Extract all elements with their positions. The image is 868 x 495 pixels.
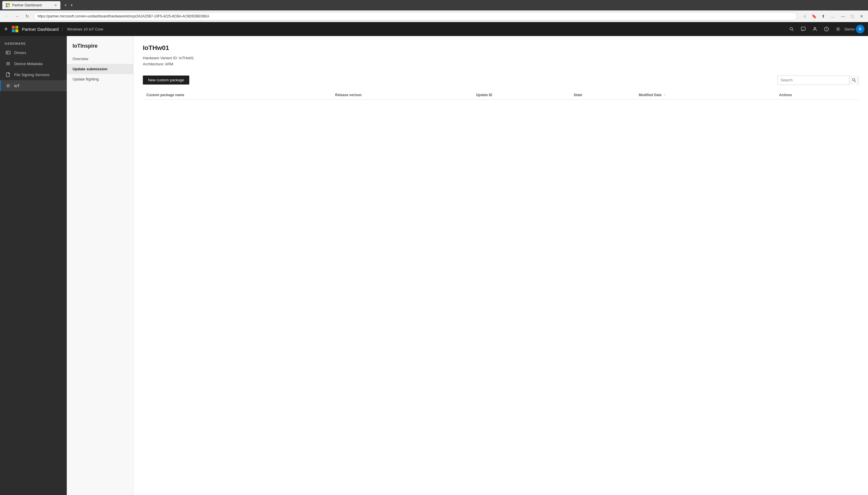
sidebar-item-file-signing-label: File Signing Services	[14, 73, 49, 77]
sidebar-item-file-signing[interactable]: File Signing Services	[0, 69, 67, 80]
minimize-button[interactable]: —	[839, 12, 847, 20]
svg-rect-11	[6, 51, 10, 54]
svg-line-5	[792, 30, 793, 31]
bookmark-button[interactable]: 🔖	[810, 12, 818, 20]
settings-icon-button[interactable]	[833, 24, 843, 34]
back-button[interactable]: ←	[2, 12, 11, 20]
browser-toolbar: ☆ 🔖 ⬆ …	[801, 12, 837, 20]
svg-text:?: ?	[826, 28, 828, 31]
sub-nav-title: IoTInspire	[67, 41, 133, 54]
architecture-label: Architecture:	[143, 62, 164, 66]
tab-favicon	[6, 3, 10, 7]
data-table: Custom package name Release verison Upda…	[143, 91, 859, 100]
col-actions-label: Actions	[779, 93, 792, 97]
architecture-value: ARM	[165, 62, 173, 66]
sub-nav: IoTInspire Overview Update submission Up…	[67, 36, 134, 495]
col-release-version-label: Release verison	[335, 93, 362, 97]
svg-point-10	[837, 29, 839, 30]
svg-rect-2	[6, 5, 7, 7]
search-icon-button[interactable]	[786, 24, 797, 34]
sidebar-item-drivers-label: Drivers	[14, 51, 26, 55]
top-nav: ≡ Partner Dashboard Windows 10 IoT Core	[0, 22, 868, 36]
chat-icon-button[interactable]	[798, 24, 809, 34]
browser-tab-bar: Partner Dashboard ✕ + ▾	[0, 0, 868, 11]
tab-close-button[interactable]: ✕	[54, 3, 57, 7]
sub-nav-overview[interactable]: Overview	[67, 54, 133, 64]
user-avatar[interactable]: D	[856, 25, 865, 33]
sub-nav-update-flighting[interactable]: Update flighting	[67, 74, 133, 84]
svg-point-19	[852, 79, 855, 81]
sort-arrow-modified-date: ↑	[663, 93, 665, 97]
architecture: Architecture: ARM	[143, 61, 859, 67]
col-update-id-label: Update ID	[476, 93, 492, 97]
sub-nav-overview-label: Overview	[73, 57, 88, 61]
col-state-label: State	[574, 93, 582, 97]
active-tab[interactable]: Partner Dashboard ✕	[2, 1, 60, 9]
svg-rect-6	[801, 27, 805, 30]
tab-title: Partner Dashboard	[12, 3, 41, 7]
left-sidebar: HARDWARE Drivers Device Metadata File Si…	[0, 36, 67, 495]
col-state: State	[570, 91, 635, 100]
user-name[interactable]: Demo	[845, 27, 855, 31]
sidebar-item-iot[interactable]: IoT	[0, 80, 67, 91]
svg-rect-0	[6, 3, 7, 5]
help-icon-button[interactable]: ?	[821, 24, 832, 34]
tab-dropdown-button[interactable]: ▾	[71, 3, 73, 7]
svg-point-4	[790, 27, 793, 30]
app-title: Partner Dashboard	[22, 27, 63, 32]
window-close-button[interactable]: ✕	[857, 12, 866, 20]
sidebar-item-drivers[interactable]: Drivers	[0, 47, 67, 58]
ms-logo-yellow	[15, 29, 18, 32]
svg-rect-12	[7, 52, 8, 53]
svg-rect-1	[8, 3, 10, 5]
svg-line-20	[854, 81, 856, 82]
iot-icon	[5, 83, 11, 88]
new-custom-package-button[interactable]: New custom package	[143, 75, 189, 85]
sub-nav-update-submission[interactable]: Update submission	[67, 64, 133, 74]
col-actions: Actions	[776, 91, 859, 100]
people-icon-button[interactable]	[810, 24, 820, 34]
table-header: Custom package name Release verison Upda…	[143, 91, 859, 100]
drivers-icon	[5, 50, 11, 55]
file-signing-icon	[5, 72, 11, 77]
sidebar-section-hardware: HARDWARE	[0, 38, 67, 47]
maximize-button[interactable]: □	[848, 12, 856, 20]
address-field[interactable]: https://partner.microsoft.com/en-us/dash…	[34, 12, 797, 20]
hardware-variant-id: Hardware Variant ID: IoTHw01	[143, 55, 859, 61]
sub-nav-update-flighting-label: Update flighting	[73, 77, 99, 81]
col-modified-date[interactable]: Modified Date ↑	[635, 91, 776, 100]
app-shell: ≡ Partner Dashboard Windows 10 IoT Core	[0, 22, 868, 495]
more-button[interactable]: …	[829, 12, 837, 20]
search-button[interactable]	[849, 75, 858, 85]
svg-point-7	[814, 27, 816, 29]
search-input[interactable]	[778, 78, 849, 82]
svg-point-17	[7, 85, 9, 87]
svg-point-18	[6, 84, 10, 88]
forward-button[interactable]: →	[13, 12, 21, 20]
ms-logo-red	[12, 26, 15, 29]
main-area: HARDWARE Drivers Device Metadata File Si…	[0, 36, 868, 495]
app-subtitle: Windows 10 IoT Core	[67, 27, 103, 31]
ms-logo	[12, 26, 18, 32]
search-box	[777, 75, 859, 85]
sidebar-item-device-metadata-label: Device Metadata	[14, 62, 43, 66]
sidebar-item-iot-label: IoT	[14, 84, 20, 88]
svg-rect-3	[8, 5, 10, 7]
share-button[interactable]: ⬆	[819, 12, 827, 20]
page-content: IoTHw01 Hardware Variant ID: IoTHw01 Arc…	[134, 36, 868, 495]
refresh-button[interactable]: ↻	[23, 12, 31, 20]
hamburger-menu-button[interactable]: ≡	[3, 25, 8, 33]
new-tab-button[interactable]: +	[61, 1, 70, 9]
col-custom-package-name: Custom package name	[143, 91, 332, 100]
address-url: https://partner.microsoft.com/en-us/dash…	[37, 14, 209, 18]
page-meta: Hardware Variant ID: IoTHw01 Architectur…	[143, 55, 859, 67]
col-modified-date-label: Modified Date	[639, 93, 661, 97]
address-bar-row: ← → ↻ https://partner.microsoft.com/en-u…	[0, 11, 868, 22]
sidebar-item-device-metadata[interactable]: Device Metadata	[0, 58, 67, 69]
ms-logo-green	[15, 26, 18, 29]
col-update-id: Update ID	[473, 91, 570, 100]
page-title: IoTHw01	[143, 44, 859, 52]
star-button[interactable]: ☆	[801, 12, 809, 20]
col-release-version: Release verison	[332, 91, 473, 100]
sub-nav-update-submission-label: Update submission	[73, 67, 107, 71]
